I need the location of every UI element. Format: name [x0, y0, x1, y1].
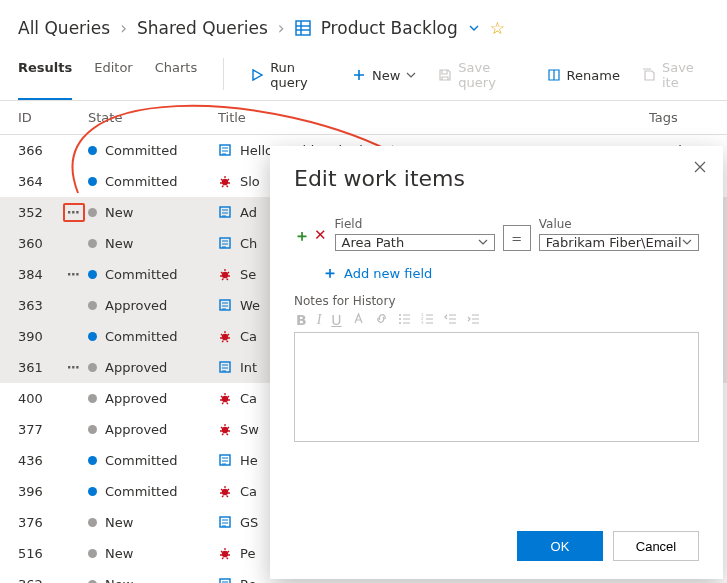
value-dropdown[interactable]: Fabrikam Fiber\Email — [539, 234, 699, 251]
bold-icon[interactable]: B — [296, 312, 307, 328]
plus-icon: ＋ — [322, 263, 338, 284]
underline-icon[interactable]: U — [331, 312, 341, 328]
breadcrumb-folder[interactable]: Shared Queries — [137, 18, 268, 38]
cell-id: 362 — [18, 577, 60, 584]
favorite-star-icon[interactable]: ☆ — [490, 18, 505, 38]
tab-results[interactable]: Results — [18, 54, 72, 100]
tab-editor[interactable]: Editor — [94, 54, 132, 100]
cell-state: Approved — [88, 422, 218, 437]
field-label: Field — [335, 217, 495, 231]
remove-op-icon[interactable]: ✕ — [314, 226, 327, 247]
breadcrumb-chevron-down-icon[interactable] — [468, 18, 480, 38]
row-context-menu-icon[interactable]: ⋯ — [63, 203, 85, 222]
cell-state: Committed — [88, 453, 218, 468]
state-dot-icon — [88, 239, 97, 248]
breadcrumb: All Queries › Shared Queries › Product B… — [0, 0, 727, 46]
state-dot-icon — [88, 363, 97, 372]
row-context-menu-icon[interactable]: ⋯ — [67, 267, 81, 282]
save-items-button: Save ite — [642, 54, 709, 100]
run-query-button[interactable]: Run query — [250, 54, 330, 100]
number-list-icon[interactable]: 123 — [421, 312, 434, 328]
add-op-icon[interactable]: ＋ — [294, 226, 310, 247]
new-item-button[interactable]: New — [352, 54, 416, 100]
cell-state: New — [88, 577, 218, 584]
field-operation-row: ＋ ✕ Field Area Path = Value Fabrikam Fib… — [294, 217, 699, 251]
svg-text:3: 3 — [421, 320, 424, 325]
rte-toolbar: B I U 123 — [294, 308, 699, 332]
outdent-icon[interactable] — [444, 312, 457, 328]
cell-id: 376 — [18, 515, 60, 530]
breadcrumb-root[interactable]: All Queries — [18, 18, 110, 38]
play-icon — [250, 68, 264, 82]
cell-id: 364 — [18, 174, 60, 189]
bullet-list-icon[interactable] — [398, 312, 411, 328]
svg-point-13 — [222, 427, 228, 433]
bug-icon — [218, 329, 232, 343]
bug-icon — [218, 267, 232, 281]
close-icon[interactable] — [693, 160, 707, 177]
state-dot-icon — [88, 177, 97, 186]
state-dot-icon — [88, 332, 97, 341]
rename-button[interactable]: Rename — [547, 54, 620, 100]
state-dot-icon — [88, 146, 97, 155]
field-dropdown[interactable]: Area Path — [335, 234, 495, 251]
pbi-icon — [218, 298, 232, 312]
pbi-icon — [218, 515, 232, 529]
cell-id: 363 — [18, 298, 60, 313]
cell-state: Committed — [88, 329, 218, 344]
ok-button[interactable]: OK — [517, 531, 603, 561]
notes-editor[interactable] — [294, 332, 699, 442]
state-dot-icon — [88, 580, 97, 584]
chevron-down-icon — [682, 235, 692, 250]
add-new-field-link[interactable]: ＋ Add new field — [322, 263, 699, 284]
cell-id: 396 — [18, 484, 60, 499]
svg-point-8 — [222, 272, 228, 278]
bug-icon — [218, 391, 232, 405]
row-context-menu-icon[interactable]: ⋯ — [67, 360, 81, 375]
cell-id: 390 — [18, 329, 60, 344]
state-dot-icon — [88, 208, 97, 217]
col-header-state[interactable]: State — [88, 110, 218, 125]
plus-icon — [352, 68, 366, 82]
save-all-icon — [642, 68, 656, 82]
rename-icon — [547, 68, 561, 82]
italic-icon[interactable]: I — [317, 312, 322, 328]
pbi-icon — [218, 236, 232, 250]
indent-icon[interactable] — [467, 312, 480, 328]
state-dot-icon — [88, 456, 97, 465]
breadcrumb-sep-icon: › — [278, 18, 285, 38]
breadcrumb-current[interactable]: Product Backlog — [321, 18, 458, 38]
save-icon — [438, 68, 452, 82]
cell-state: Approved — [88, 391, 218, 406]
svg-rect-0 — [296, 21, 310, 35]
table-header: ID State Title Tags — [0, 101, 727, 135]
font-icon[interactable] — [352, 312, 365, 328]
cell-state: New — [88, 205, 218, 220]
pbi-icon — [218, 453, 232, 467]
col-header-id[interactable]: ID — [18, 110, 60, 125]
state-dot-icon — [88, 394, 97, 403]
cell-state: New — [88, 515, 218, 530]
dialog-title: Edit work items — [294, 166, 699, 191]
svg-point-15 — [222, 489, 228, 495]
state-dot-icon — [88, 487, 97, 496]
tab-charts[interactable]: Charts — [155, 54, 198, 100]
state-dot-icon — [88, 518, 97, 527]
cell-id: 377 — [18, 422, 60, 437]
cell-state: Approved — [88, 360, 218, 375]
chevron-down-icon — [406, 70, 416, 80]
cell-state: Committed — [88, 267, 218, 282]
cancel-button[interactable]: Cancel — [613, 531, 699, 561]
cell-id: 400 — [18, 391, 60, 406]
col-header-tags[interactable]: Tags — [649, 110, 709, 125]
link-icon[interactable] — [375, 312, 388, 328]
cell-state: Committed — [88, 484, 218, 499]
bug-icon — [218, 484, 232, 498]
pbi-icon — [218, 360, 232, 374]
col-header-title[interactable]: Title — [218, 110, 649, 125]
query-grid-icon — [295, 18, 311, 38]
operator-select[interactable]: = — [503, 225, 531, 251]
state-dot-icon — [88, 270, 97, 279]
cell-state: New — [88, 236, 218, 251]
state-dot-icon — [88, 425, 97, 434]
